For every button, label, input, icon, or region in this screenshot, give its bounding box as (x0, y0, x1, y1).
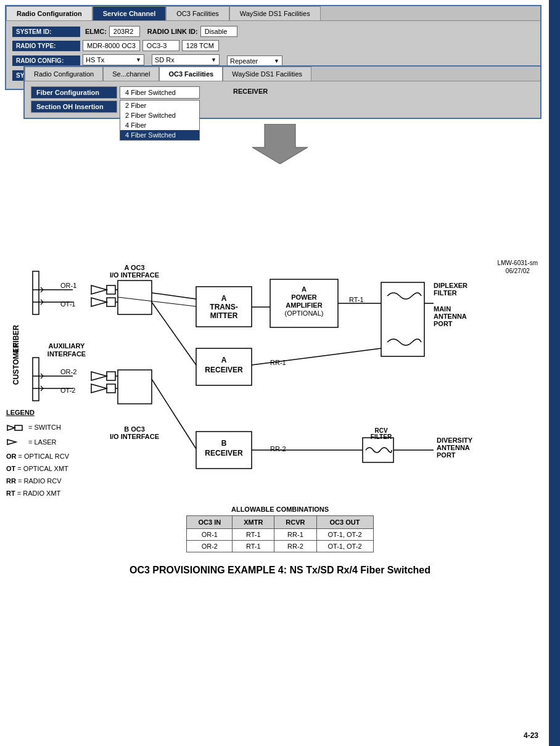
or-legend: OR = OPTICAL RCV (6, 451, 69, 463)
fiber-config-value: 4 Fiber Switched (120, 86, 200, 99)
page-number: 4-23 (524, 731, 538, 740)
row2-xmtr: RT-1 (233, 541, 274, 552)
svg-marker-19 (91, 285, 107, 294)
svg-text:I/O INTERFACE: I/O INTERFACE (110, 271, 159, 279)
panel2: Radio Configuration Se...channel OC3 Fac… (23, 65, 541, 119)
svg-text:OR-2: OR-2 (60, 368, 76, 375)
svg-rect-8 (33, 358, 39, 401)
svg-text:MAIN: MAIN (434, 305, 451, 313)
tab-wayside-2[interactable]: WaySide DS1 Facilities (223, 67, 311, 81)
svg-text:A OC3: A OC3 (124, 264, 144, 271)
tab-oc3-facilities-1[interactable]: OC3 Facilities (166, 6, 229, 20)
tab-radio-config-2[interactable]: Radio Configuration (25, 67, 103, 81)
svg-rect-30 (118, 370, 152, 404)
row2-oc3in: OR-2 (187, 541, 233, 552)
sidebar-blue-strip (549, 0, 560, 746)
svg-text:OT-2: OT-2 (60, 387, 75, 394)
panel1-tab-row: Radio Configuration Service Channel OC3 … (6, 6, 540, 21)
fiber-2-switched[interactable]: 2 Fiber Switched (120, 110, 199, 120)
svg-rect-46 (381, 282, 424, 356)
svg-text:OT-1: OT-1 (60, 300, 75, 308)
fiber-4-switched[interactable]: 4 Fiber Switched (120, 130, 199, 140)
svg-rect-7 (33, 271, 39, 314)
switch-icon (6, 423, 25, 433)
svg-marker-0 (252, 124, 308, 164)
svg-text:MITTER: MITTER (210, 311, 238, 320)
svg-marker-73 (7, 425, 15, 430)
section-oh-button[interactable]: Section OH Insertion (31, 100, 117, 113)
elmc-label: ELMC: (85, 28, 107, 35)
tcm-value: 128 TCM (182, 40, 219, 51)
svg-text:AMPLIFIER: AMPLIFIER (286, 301, 322, 309)
svg-text:PORT: PORT (434, 320, 453, 327)
svg-text:A: A (302, 285, 307, 293)
allowable-table: OC3 IN XMTR RCVR OC3 OUT OR-1 (186, 515, 373, 552)
svg-line-72 (118, 297, 196, 306)
col-xmtr: XMTR (233, 516, 274, 529)
svg-text:RECEIVER: RECEIVER (205, 366, 243, 374)
svg-text:(OPTIONAL): (OPTIONAL) (285, 309, 324, 317)
allowable-section: ALLOWABLE COMBINATIONS OC3 IN XMTR RCVR … (0, 506, 560, 552)
table-row: OR-1 RT-1 RR-1 OT-1, OT-2 (187, 529, 373, 541)
svg-text:POWER: POWER (291, 293, 317, 301)
radio-type-value: MDR-8000 OC3 (83, 40, 140, 51)
row1-oc3in: OR-1 (187, 529, 233, 541)
svg-marker-75 (7, 440, 16, 445)
legend-section: LEGEND = SWITCH = LASER OR = OPTICAL RCV… (6, 407, 69, 500)
svg-text:AUXILIARY: AUXILIARY (49, 342, 86, 350)
svg-text:4 FIBER: 4 FIBER (12, 325, 20, 353)
rr-legend: RR = RADIO RCV (6, 475, 69, 488)
tab-wayside-1[interactable]: WaySide DS1 Facilities (229, 6, 321, 20)
svg-text:ANTENNA: ANTENNA (437, 444, 470, 451)
diagram-section: CUSTOMER 4 FIBER AUXILIARY INTERFACE A (0, 166, 560, 499)
row1-oc3out: OT-1, OT-2 (316, 529, 373, 541)
radio-link-label: RADIO LINK ID: (147, 28, 198, 35)
receiver-partial: RECEIVER (233, 88, 268, 113)
svg-text:RECEIVER: RECEIVER (205, 449, 243, 457)
tab-oc3-2[interactable]: OC3 Facilities (159, 67, 223, 81)
row1-xmtr: RT-1 (233, 529, 274, 541)
svg-text:B: B (221, 439, 227, 448)
hs-tx-select[interactable]: HS Tx ▼ (83, 54, 144, 65)
fiber-2[interactable]: 2 Fiber (120, 100, 199, 110)
panel2-tab-row: Radio Configuration Se...channel OC3 Fac… (25, 67, 540, 81)
svg-marker-26 (91, 372, 107, 380)
svg-marker-21 (91, 298, 107, 306)
down-arrow-icon (252, 124, 308, 164)
laser-icon (6, 437, 25, 447)
svg-text:TRANS-: TRANS- (210, 303, 237, 311)
fiber-dropdown: 2 Fiber 2 Fiber Switched 4 Fiber 4 Fiber… (120, 100, 200, 141)
svg-line-37 (152, 293, 196, 299)
rt-legend: RT = RADIO XMT (6, 488, 69, 500)
tab-radio-config-1[interactable]: Radio Configuration (6, 6, 93, 20)
col-rcvr: RCVR (274, 516, 316, 529)
legend-title: LEGEND (6, 407, 69, 419)
radio-type-label: RADIO TYPE: (12, 41, 80, 51)
svg-text:B OC3: B OC3 (124, 425, 145, 433)
main-diagram-svg: CUSTOMER 4 FIBER AUXILIARY INTERFACE A (5, 166, 541, 499)
svg-text:RR-2: RR-2 (270, 445, 286, 453)
svg-text:DIVERSITY: DIVERSITY (437, 437, 473, 444)
tab-service-channel-1[interactable]: Service Channel (93, 6, 167, 20)
svg-text:OR-1: OR-1 (60, 282, 76, 289)
sd-rx-select[interactable]: SD Rx ▼ (152, 54, 220, 65)
bottom-title: OC3 PROVISIONING EXAMPLE 4: NS Tx/SD Rx/… (0, 565, 560, 576)
radio-config-label: RADIO CONFIG: (12, 55, 80, 66)
allowable-title: ALLOWABLE COMBINATIONS (231, 506, 329, 513)
svg-rect-64 (363, 438, 393, 462)
system-id-label: SYSTEM ID: (12, 27, 80, 37)
switch-label: = SWITCH (28, 422, 61, 434)
fiber-config-button[interactable]: Fiber Configuration (31, 86, 117, 99)
laser-label: = LASER (28, 437, 57, 449)
fiber-4[interactable]: 4 Fiber (120, 120, 199, 130)
svg-text:RT-1: RT-1 (349, 296, 364, 303)
svg-text:I/O INTERFACE: I/O INTERFACE (110, 433, 159, 440)
col-oc3-out: OC3 OUT (316, 516, 373, 529)
svg-text:A: A (221, 356, 227, 364)
svg-text:FILTER: FILTER (434, 289, 457, 297)
tab-se-channel-2[interactable]: Se...channel (103, 67, 159, 81)
svg-line-57 (252, 348, 381, 365)
row1-rcvr: RR-1 (274, 529, 316, 541)
svg-text:INTERFACE: INTERFACE (47, 350, 86, 358)
svg-text:DIPLEXER: DIPLEXER (434, 282, 467, 289)
